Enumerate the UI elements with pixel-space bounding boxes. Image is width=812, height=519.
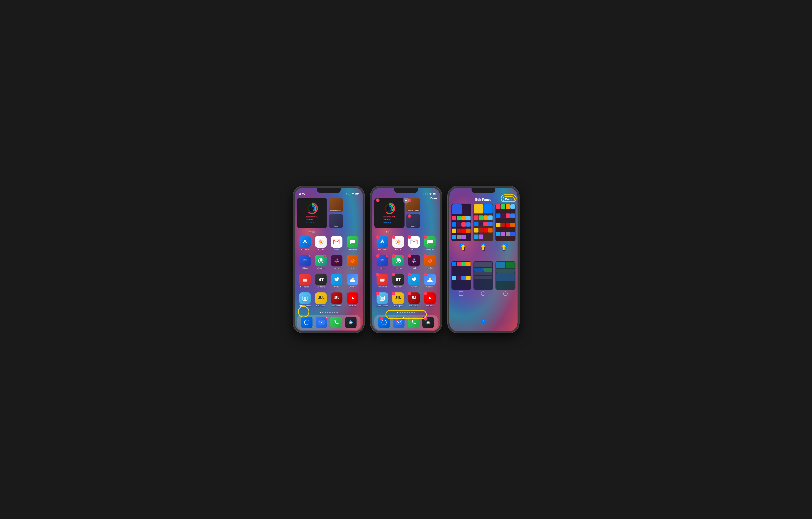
dock-mail-1[interactable]: 16 — [316, 317, 327, 328]
app-things-2[interactable]: − 3 Things — [374, 254, 390, 273]
app-appleframes-1[interactable]: Apple Frames — [297, 291, 313, 310]
page-thumb-5[interactable] — [473, 261, 493, 297]
dock-safari-2[interactable]: − — [378, 317, 390, 328]
app-messages-2[interactable]: − Messages — [422, 235, 438, 254]
dot-2-1[interactable] — [400, 312, 401, 313]
messages-icon-1 — [347, 236, 358, 248]
dot-2-7[interactable] — [414, 312, 415, 313]
appleframes-delete-2[interactable]: − — [376, 292, 379, 295]
app-bbcnews-2[interactable]: − BBC NEWS BBC News — [406, 291, 422, 310]
appstore-delete-2[interactable]: − — [376, 235, 379, 239]
bbcnews-delete-2[interactable]: − — [408, 292, 411, 295]
dot-1-4[interactable] — [329, 312, 330, 313]
app-messages-1[interactable]: Messages — [345, 235, 360, 254]
app-bbcsport-2[interactable]: − BBC SPORT BBC Sport — [390, 291, 406, 310]
dot-2-0[interactable] — [397, 312, 398, 313]
page-thumb-3[interactable]: ✓ — [495, 203, 515, 247]
app-twitter-2[interactable]: − Twitter — [406, 272, 422, 291]
phone-delete-2[interactable]: − — [409, 317, 413, 321]
weather-delete-2[interactable]: − — [424, 273, 427, 276]
app-youtube-1[interactable]: YouTube — [345, 291, 360, 310]
dock-robot-2[interactable]: − — [423, 317, 434, 328]
app-firefox-1[interactable]: Firefox — [345, 254, 360, 273]
page-thumb-4[interactable] — [451, 261, 471, 297]
dot-1-7[interactable] — [337, 312, 338, 313]
app-whatsapp-2[interactable]: − 1 WhatsApp — [390, 254, 406, 273]
page-3-check[interactable]: ✓ — [503, 243, 508, 247]
firefox-delete-2[interactable]: − — [424, 254, 427, 258]
done-button-2[interactable]: Done — [431, 197, 437, 200]
page-6-circle[interactable] — [503, 292, 508, 296]
dot-2-5[interactable] — [409, 312, 410, 313]
page-2-check[interactable]: ✓ — [481, 243, 486, 247]
app-machash-2[interactable]: − MacHash — [390, 272, 406, 291]
app-bbcsport-1[interactable]: BBC SPORT BBC Sport — [313, 291, 329, 310]
music-widget-1[interactable]: Music — [329, 214, 343, 228]
safari-delete-2[interactable]: − — [380, 317, 383, 321]
page-1-check[interactable]: ✓ — [459, 243, 463, 247]
gmail-delete-2[interactable]: − — [408, 235, 411, 239]
bottom-checkmark-3[interactable]: ✓ — [481, 319, 486, 323]
health-widget-1[interactable]: Health & Fitness — [329, 198, 343, 212]
app-fantastical-2[interactable]: − Fantastical — [374, 272, 390, 291]
app-fantastical-1[interactable]: Fantastical — [297, 272, 313, 291]
app-gmail-1[interactable]: Gmail — [329, 235, 345, 254]
bbcsport-delete-2[interactable]: − — [392, 292, 396, 295]
dock-safari-1[interactable] — [301, 317, 313, 328]
app-photos-2[interactable]: − Photos — [390, 235, 406, 254]
page-thumb-2[interactable]: ✓ — [473, 203, 493, 247]
dock-mail-2[interactable]: − 16 — [393, 317, 405, 328]
robot-delete-2[interactable]: − — [424, 317, 428, 321]
dot-1-6[interactable] — [334, 312, 335, 313]
whatsapp-label-1: WhatsApp — [317, 267, 325, 269]
app-weather-2[interactable]: − Weather — [422, 272, 438, 291]
app-appstore-2[interactable]: − App Store — [374, 235, 390, 254]
fantastical-delete-2[interactable]: − — [376, 273, 379, 276]
app-slack-2[interactable]: − Slack — [406, 254, 422, 273]
app-bbcnews-1[interactable]: BBC NEWS BBC News — [329, 291, 345, 310]
fitness-delete-2[interactable]: − — [376, 198, 379, 202]
photos-delete-2[interactable]: − — [392, 235, 396, 239]
app-weather-1[interactable]: Weather — [345, 272, 360, 291]
app-photos-1[interactable]: Photos — [313, 235, 329, 254]
mail-delete-2[interactable]: − — [395, 317, 398, 321]
dot-1-5[interactable] — [332, 312, 333, 313]
youtube-delete-2[interactable]: − — [424, 292, 427, 295]
whatsapp-delete-2[interactable]: − — [392, 254, 396, 258]
twitter-delete-2[interactable]: − — [408, 273, 411, 276]
dot-1-3[interactable] — [327, 312, 328, 313]
dot-2-6[interactable] — [411, 312, 413, 313]
page-4-circle[interactable] — [459, 292, 463, 296]
app-youtube-2[interactable]: − YouTube — [422, 291, 438, 310]
dot-2-2[interactable] — [402, 312, 403, 313]
app-whatsapp-1[interactable]: 1 WhatsApp — [313, 254, 329, 273]
page-thumb-6[interactable] — [495, 261, 515, 297]
app-slack-1[interactable]: Slack — [329, 254, 345, 273]
dot-2-3[interactable] — [404, 312, 406, 313]
dock-phone-1[interactable] — [330, 317, 342, 328]
dot-1-1[interactable] — [322, 312, 323, 313]
dot-1-0[interactable] — [320, 312, 321, 313]
plus-button-2[interactable]: + — [403, 198, 409, 203]
app-machash-1[interactable]: MacHash — [313, 272, 329, 291]
app-gmail-2[interactable]: − Gmail — [406, 235, 422, 254]
music-delete-2[interactable]: − — [408, 214, 411, 218]
fitness-widget-1[interactable]: 129/440KCAL 2/30MIN 5/12HRS — [297, 198, 327, 228]
page-thumb-1[interactable]: ✓ — [451, 203, 471, 247]
twitter-label-2: Twitter — [411, 286, 417, 288]
slack-delete-2[interactable]: − — [408, 254, 411, 258]
dock-phone-2[interactable]: − — [408, 317, 419, 328]
app-twitter-1[interactable]: Twitter — [329, 272, 345, 291]
dot-1-2[interactable] — [325, 312, 326, 313]
messages-delete-2[interactable]: − — [424, 235, 427, 239]
machash-delete-2[interactable]: − — [392, 273, 396, 276]
app-appleframes-2[interactable]: − Apple Frames — [374, 291, 390, 310]
app-things-1[interactable]: 3 Things — [297, 254, 313, 273]
page-5-circle[interactable] — [481, 292, 486, 296]
app-appstore-1[interactable]: App Store — [297, 235, 313, 254]
fitness-widget-2[interactable]: 129/440KCAL 2/30MIN 5/12HRS — [374, 198, 405, 228]
things-delete-2[interactable]: − — [376, 254, 379, 258]
dock-robot-1[interactable] — [345, 317, 356, 328]
dot-2-4[interactable] — [407, 312, 408, 313]
app-firefox-2[interactable]: − Firefox — [422, 254, 438, 273]
